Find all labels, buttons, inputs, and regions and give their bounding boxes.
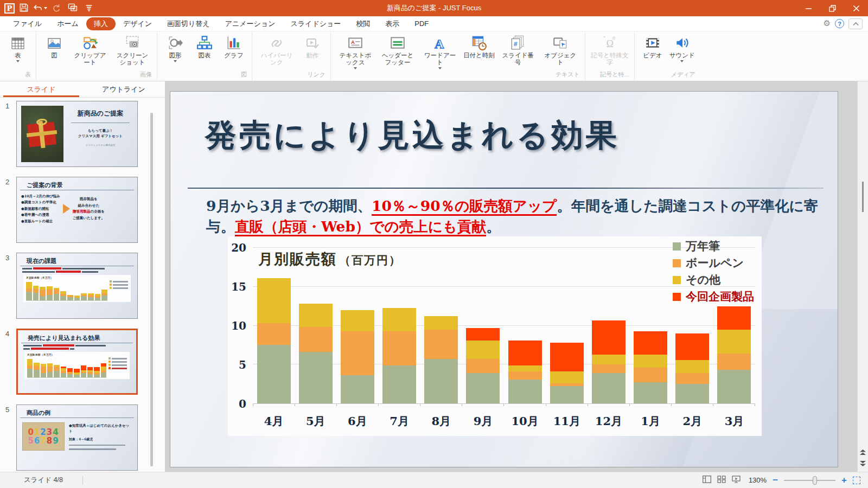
bar-segment (592, 373, 626, 403)
slide-thumbnail-5[interactable]: 商品の例 0123456789 ●知育玩具＋はじめてのおえかきセット 対象：4～… (16, 404, 138, 471)
zoom-slider-thumb[interactable] (813, 476, 817, 485)
insert-picture-button[interactable]: 図 (40, 35, 69, 59)
sidebar-tab-slides[interactable]: スライド (0, 81, 82, 97)
redo-button[interactable] (49, 2, 63, 15)
workspace: スライド アウトライン 1 新商品のご提案 もらって喜ぶ！ クリスマス用 ギフ (0, 81, 868, 472)
quick-access-toolbar: P (0, 2, 96, 15)
slide-thumbnail-3[interactable]: 現在の課題 月別販売額（百万円） (16, 253, 138, 319)
maximize-button[interactable] (820, 0, 844, 16)
mini-bar (26, 282, 32, 300)
insert-table-button[interactable]: 表 (3, 35, 33, 62)
help-icon[interactable]: ? (835, 19, 844, 28)
menu-tab-view[interactable]: 表示 (378, 17, 407, 30)
x-axis-label: 5月 (295, 414, 336, 429)
insert-symbol-button: Ω"® 記号と特殊文字 (589, 35, 631, 66)
x-axis-label: 2月 (672, 414, 713, 429)
sidebar-scrollbar[interactable] (150, 113, 153, 466)
zoom-out-button[interactable]: − (773, 476, 778, 485)
insert-screenshot-button[interactable]: スクリーンショット (111, 35, 154, 66)
bar-segment (550, 343, 584, 371)
slideshow-from-current-button[interactable] (66, 2, 80, 15)
menu-tab-animations[interactable]: アニメーション (218, 17, 283, 30)
digit: 6 (34, 436, 40, 446)
y-axis-label: 5 (228, 358, 246, 371)
menu-tab-pdf[interactable]: PDF (407, 18, 436, 29)
insert-sound-button[interactable]: サウンド (667, 35, 697, 62)
insert-clipart-button[interactable]: クリップアート (69, 35, 111, 66)
header-footer-icon (390, 35, 406, 51)
zoom-in-button[interactable]: + (841, 476, 847, 485)
slide-thumbnail-1[interactable]: 新商品のご提案 もらって喜ぶ！ クリスマス用 ギフトセット ジャストシステム株式… (16, 101, 138, 167)
chart-bar-column (546, 248, 588, 403)
insert-diagram-button[interactable]: 図表 (190, 35, 219, 59)
insert-chart-button[interactable]: グラフ (219, 35, 248, 59)
insert-slide-number-button[interactable]: # スライド番号 (497, 35, 539, 66)
fit-to-window-button[interactable] (853, 477, 860, 484)
zoom-level[interactable]: 130% (749, 476, 767, 484)
insert-textbox-button[interactable]: A テキストボックス (334, 35, 376, 69)
mini-legend-item (108, 367, 127, 369)
mini-bar-segment (34, 366, 39, 370)
svg-text:#: # (514, 40, 518, 47)
zoom-slider[interactable] (784, 480, 835, 481)
chart-object[interactable]: 月別販売額（百万円） 05101520 4月5月6月7月8月9月10月11月12… (228, 236, 762, 436)
previous-slide-button[interactable] (859, 449, 866, 457)
menu-tab-slideshow[interactable]: スライドショー (283, 17, 348, 30)
collapse-ribbon-button[interactable] (848, 18, 863, 29)
slideshow-view-button[interactable] (732, 476, 741, 485)
menu-tab-review[interactable]: 校閲 (348, 17, 378, 30)
mini-bar (27, 359, 33, 377)
mini-legend-item (110, 284, 128, 286)
insert-object-button[interactable]: オブジェクト (539, 35, 582, 66)
picture-icon (47, 35, 62, 51)
insert-datetime-button[interactable]: 日付と時刻 (461, 35, 497, 59)
shapes-icon (167, 35, 183, 51)
thumbnail-number: 1 (3, 101, 16, 110)
slide-thumbnail-4-selected[interactable]: 発売により見込まれる効果 月別販売額（百万円） (16, 329, 138, 395)
slide-thumbnail-2[interactable]: ご提案の背景 ●10月～2月の伸び悩み ●調達コストの平準化 ●新規顧客の開拓 … (16, 177, 138, 243)
thumb4-chart-plot (27, 356, 106, 378)
bar-segment (466, 341, 500, 359)
axis-tick (462, 404, 462, 406)
thumbnail-chart: 月別販売額（百万円） (23, 275, 131, 302)
svg-text:®: ® (612, 36, 616, 41)
sidebar-tab-outline[interactable]: アウトライン (82, 81, 165, 97)
insert-video-button[interactable]: ビデオ (638, 35, 667, 59)
slide-sorter-view-button[interactable] (717, 476, 726, 485)
insert-wordart-button[interactable]: A ワードアート (419, 35, 461, 69)
menu-tab-transitions[interactable]: 画面切り替え (159, 17, 218, 30)
mini-bar-segment (94, 367, 99, 371)
hyperlink-icon (269, 35, 284, 51)
normal-view-button[interactable] (703, 476, 711, 485)
menu-tab-file[interactable]: ファイル (5, 17, 49, 30)
mini-bar-segment (101, 373, 106, 377)
slide-title[interactable]: 発売により見込まれる効果 (205, 114, 620, 157)
axis-tick (629, 404, 630, 406)
bar-segment (508, 380, 542, 403)
next-slide-button[interactable] (859, 460, 866, 468)
minimize-button[interactable] (796, 0, 820, 16)
mini-bar (101, 290, 107, 300)
diagram-icon (196, 35, 213, 51)
close-button[interactable] (844, 0, 868, 16)
mini-bar (67, 368, 73, 377)
customize-toolbar-button[interactable] (82, 2, 96, 15)
menu-tab-insert[interactable]: 挿入 (86, 17, 116, 30)
mini-bar-segment (54, 294, 60, 300)
mini-bar-segment (95, 298, 101, 300)
settings-gear-icon[interactable]: ⚙ (824, 20, 831, 28)
mini-bar-segment (81, 365, 86, 370)
chart-bar-column (630, 248, 672, 403)
menu-tab-design[interactable]: デザイン (116, 17, 159, 30)
save-button[interactable] (17, 2, 31, 15)
insert-shapes-button[interactable]: 図形 (161, 35, 190, 62)
y-axis-label: 20 (228, 241, 246, 254)
menu-tab-home[interactable]: ホーム (49, 17, 86, 30)
slide-canvas[interactable]: 発売により見込まれる効果 9月から3月までの期間、10％～90％の販売額アップ。… (170, 91, 838, 467)
mini-bar-segment (47, 372, 53, 377)
insert-header-footer-button[interactable]: ヘッダーとフッター (376, 35, 419, 66)
slide-body-text[interactable]: 9月から3月までの期間、10％～90％の販売額アップ。年間を通した調達コストの平… (206, 196, 830, 236)
vertical-scrollbar[interactable] (857, 81, 868, 472)
vertical-scrollbar-thumb[interactable] (862, 182, 864, 212)
undo-button[interactable] (33, 2, 47, 15)
